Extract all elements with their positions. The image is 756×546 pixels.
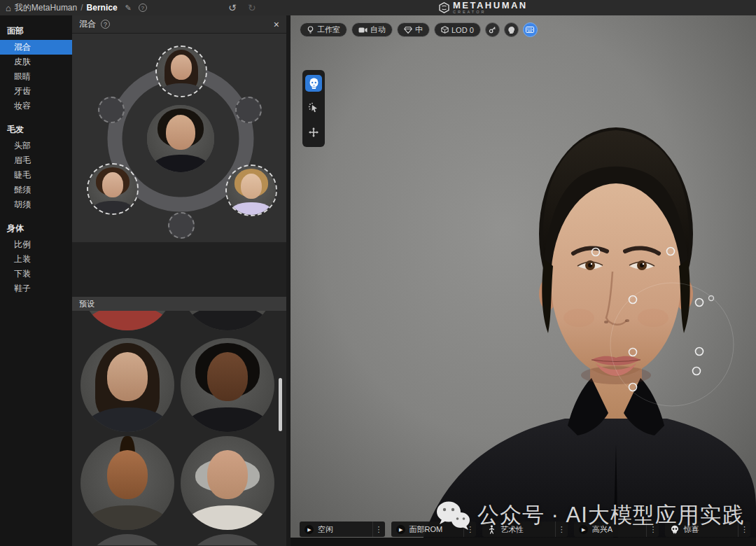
preset-thumb[interactable] xyxy=(181,436,274,530)
presets-list[interactable] xyxy=(72,311,286,545)
sidebar-item-eyebrows[interactable]: 眉毛 xyxy=(0,153,72,168)
blend-help-icon[interactable]: ? xyxy=(101,20,110,29)
camera-icon xyxy=(358,27,368,34)
sidebar-item-mustache[interactable]: 髭须 xyxy=(0,183,72,197)
watermark-text: 公众号 · AI大模型应用实践 xyxy=(477,500,745,530)
sidebar-item-shoes[interactable]: 鞋子 xyxy=(0,281,72,296)
lighting-studio-button[interactable]: 工作室 xyxy=(300,22,347,37)
keyboard-shortcuts-button[interactable] xyxy=(523,22,538,37)
quality-medium-button[interactable]: 中 xyxy=(397,22,430,37)
blend-center-current-face[interactable] xyxy=(147,105,214,172)
lod-cube-icon xyxy=(441,26,449,34)
sidebar-section-body: 身体 xyxy=(0,220,72,237)
wechat-icon xyxy=(435,499,471,531)
sidebar-item-blend[interactable]: 混合 xyxy=(0,40,72,55)
help-icon[interactable]: ? xyxy=(139,4,147,12)
lod-button[interactable]: LOD 0 xyxy=(434,22,481,37)
anim-idle-button[interactable]: ▶ 空闲 ⋮ xyxy=(300,522,385,537)
blend-anchor-portrait-top[interactable] xyxy=(155,46,207,97)
preset-thumb[interactable] xyxy=(181,338,274,432)
metahuman-creator-window: ⌂ 我的MetaHuman / Bernice ✎ ? ↺ ↻ METAHUMA… xyxy=(0,0,756,546)
undo-button[interactable]: ↺ xyxy=(228,2,237,13)
blend-source-face xyxy=(157,47,206,96)
move-arrows-icon xyxy=(308,127,319,138)
sidebar-item-eyelashes[interactable]: 睫毛 xyxy=(0,168,72,183)
lightbulb-icon xyxy=(307,26,314,34)
face-icon xyxy=(309,78,319,90)
groom-toggle-button[interactable] xyxy=(485,22,500,37)
preset-thumb[interactable] xyxy=(181,311,274,330)
presets-header: 预设 xyxy=(72,297,286,311)
watermark: 公众号 · AI大模型应用实践 xyxy=(435,496,745,535)
blend-anchor-portrait-lower-right[interactable] xyxy=(225,164,277,216)
blend-source-face xyxy=(88,164,137,214)
breadcrumb-root[interactable]: 我的MetaHuman xyxy=(15,2,77,14)
sidebar-item-skin[interactable]: 皮肤 xyxy=(0,55,72,69)
face-sculpt-tool-button[interactable] xyxy=(305,75,322,92)
viewport-toolbar: 工作室 自动 中 LOD 0 xyxy=(300,22,538,37)
sidebar-item-beard[interactable]: 胡须 xyxy=(0,197,72,212)
blend-source-face xyxy=(227,166,276,215)
metahuman-hex-icon xyxy=(439,2,449,13)
blend-anchor-empty-upper-left[interactable] xyxy=(98,97,125,123)
move-tool-button[interactable] xyxy=(305,124,322,141)
blend-anchor-portrait-lower-left[interactable] xyxy=(87,163,139,215)
viewport-3d[interactable]: 工作室 自动 中 LOD 0 xyxy=(290,15,756,546)
kebab-menu-icon[interactable]: ⋮ xyxy=(372,522,385,537)
sidebar-item-head-hair[interactable]: 头部 xyxy=(0,139,72,153)
breadcrumb-current: Bernice xyxy=(87,3,118,13)
sidebar-item-tops[interactable]: 上装 xyxy=(0,252,72,267)
preset-thumb[interactable] xyxy=(80,338,174,432)
presets-title: 预设 xyxy=(72,299,94,309)
preset-thumb[interactable] xyxy=(181,534,274,545)
breadcrumb-separator: / xyxy=(80,3,83,13)
head-preview-button[interactable] xyxy=(504,22,519,37)
blend-anchor-empty-upper-right[interactable] xyxy=(235,97,262,123)
sidebar-item-teeth[interactable]: 牙齿 xyxy=(0,84,72,99)
character-render xyxy=(290,15,756,546)
sidebar-item-eyes[interactable]: 眼睛 xyxy=(0,69,72,84)
blend-panel-header: 混合 ? × xyxy=(72,15,286,34)
category-sidebar: 面部 混合 皮肤 眼睛 牙齿 妆容 毛发 头部 眉毛 睫毛 髭须 胡须 身体 比… xyxy=(0,15,72,546)
close-icon[interactable]: × xyxy=(274,20,279,29)
panel-viewport-divider xyxy=(286,15,290,546)
blend-anchor-empty-bottom[interactable] xyxy=(168,212,195,239)
keyboard-icon xyxy=(526,27,534,33)
preset-thumb[interactable] xyxy=(80,436,174,530)
play-icon: ▶ xyxy=(304,525,314,534)
preset-thumb[interactable] xyxy=(80,311,174,330)
sidebar-item-makeup[interactable]: 妆容 xyxy=(0,99,72,113)
preset-thumb[interactable] xyxy=(80,534,174,545)
logo-subtitle: CREATOR xyxy=(453,10,528,15)
logo-title: METAHUMAN xyxy=(453,1,528,10)
quality-diamond-icon xyxy=(404,27,412,34)
presets-scrollbar[interactable] xyxy=(279,378,282,431)
viewport-bottom-strip xyxy=(290,538,756,546)
blend-circle-widget[interactable] xyxy=(72,34,286,242)
sidebar-section-face: 面部 xyxy=(0,22,72,40)
blend-panel-title: 混合 xyxy=(79,18,96,30)
breadcrumb: ⌂ 我的MetaHuman / Bernice ✎ ? xyxy=(0,2,147,14)
head-profile-icon xyxy=(507,26,515,34)
sidebar-item-proportions[interactable]: 比例 xyxy=(0,237,72,252)
redo-button[interactable]: ↻ xyxy=(248,2,256,13)
camera-auto-button[interactable]: 自动 xyxy=(351,22,393,37)
key-icon xyxy=(489,26,496,34)
rename-pencil-icon[interactable]: ✎ xyxy=(125,4,132,13)
play-icon: ▶ xyxy=(396,525,405,534)
viewport-tool-stack xyxy=(302,70,325,147)
drag-sculpt-tool-button[interactable] xyxy=(305,99,322,116)
home-icon[interactable]: ⌂ xyxy=(6,4,11,13)
sidebar-section-hair: 毛发 xyxy=(0,121,72,139)
blend-panel: 混合 ? × xyxy=(72,15,286,546)
top-bar: ⌂ 我的MetaHuman / Bernice ✎ ? ↺ ↻ METAHUMA… xyxy=(0,0,756,15)
metahuman-logo: METAHUMAN CREATOR xyxy=(439,0,528,15)
sidebar-item-bottoms[interactable]: 下装 xyxy=(0,267,72,281)
blend-panel-spacer xyxy=(72,242,286,297)
sculpt-hand-icon xyxy=(308,102,319,113)
